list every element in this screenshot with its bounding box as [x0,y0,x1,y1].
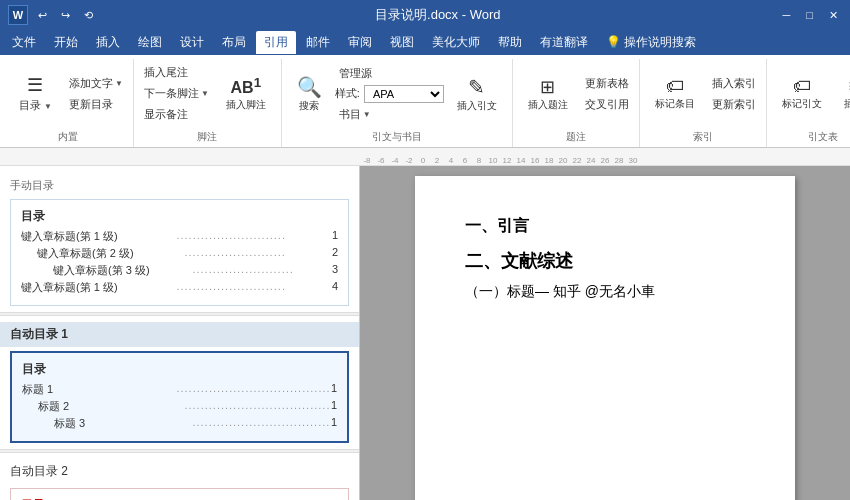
ribbon-group-citation-content: 🔍 搜索 管理源 样式: APA MLA Chicago 书目 ▼ ✎ 插入引文 [288,59,506,128]
menu-references[interactable]: 引用 [256,31,296,54]
window-controls: ─ □ ✕ [779,7,842,24]
auto-toc-2-card[interactable]: 目录 标题 1 ................................… [10,488,349,500]
add-text-btn[interactable]: 添加文字 ▼ [65,74,127,93]
ruler-tick: 30 [626,156,640,165]
ruler-bar: -8 -6 -4 -2 0 2 4 6 8 10 12 14 16 18 20 … [0,148,850,166]
ruler-tick: 26 [598,156,612,165]
toc-entry-text: 键入章标题(第 2 级) [37,246,184,261]
ribbon-group-toc-content: ☰ 目录 ▼ 添加文字 ▼ 更新目录 [10,59,127,128]
footnote-row: 下一条脚注 ▼ [140,84,213,103]
insert-endnote-btn[interactable]: 插入尾注 [140,63,213,82]
show-notes-btn[interactable]: 显示备注 [140,105,213,124]
ribbon-group-citation-table: 🏷 标记引文 ≡ 插入 引文表 [767,59,850,147]
toc-entry-dots: ........................................… [192,416,330,431]
update-index-btn[interactable]: 更新索引 [708,95,760,114]
ruler-tick: 8 [472,156,486,165]
toc-entry-text: 标题 1 [22,382,176,397]
toc-button[interactable]: ☰ 目录 ▼ [10,64,61,124]
menu-file[interactable]: 文件 [4,31,44,54]
mark-entry-btn[interactable]: 🏷 标记条目 [646,64,704,124]
toc-group-label: 内置 [58,128,78,147]
redo-btn[interactable]: ↪ [57,7,74,24]
toc-entry: 标题 2 ...................................… [22,399,337,414]
insert-footnote-btn[interactable]: AB1 插入脚注 [217,64,275,124]
document-area[interactable]: 一、引言 二、文献综述 （一）标题— 知乎 @无名小車 [360,166,850,500]
title-bar-left: W ↩ ↪ ⟲ [8,5,97,25]
cross-ref-btn[interactable]: 交叉引用 [581,95,633,114]
index-group-label: 索引 [693,128,713,147]
minimize-btn[interactable]: ─ [779,7,795,23]
toc-entry-dots: ......................... [192,263,331,278]
auto-toc-1-card[interactable]: 目录 标题 1 ................................… [10,351,349,443]
toc-entry-text: 键入章标题(第 3 级) [53,263,192,278]
toc-entry-page: 2 [332,246,338,261]
search-icon: 🔍 [297,75,322,99]
next-footnote-btn[interactable]: 下一条脚注 ▼ [140,84,213,103]
manual-toc-content: 键入章标题(第 1 级) ...........................… [21,229,338,295]
toc-entry-page: 1 [331,416,337,431]
title-bar: W ↩ ↪ ⟲ 目录说明.docx - Word ─ □ ✕ [0,0,850,30]
toc-dropdown-panel[interactable]: 手动目录 目录 键入章标题(第 1 级) ...................… [0,166,360,500]
ruler-tick: 12 [500,156,514,165]
toc-entry-dots: ........................................… [184,399,330,414]
bibliography-btn[interactable]: 书目 ▼ [335,105,444,124]
auto-toc-2-label[interactable]: 自动目录 2 [0,459,359,484]
ruler-tick: 0 [416,156,430,165]
ruler-tick: -4 [388,156,402,165]
menu-search[interactable]: 💡 操作说明搜索 [598,31,704,54]
autosave-btn[interactable]: ⟲ [80,7,97,24]
menu-design[interactable]: 设计 [172,31,212,54]
ruler-tick: 24 [584,156,598,165]
ruler-tick: 16 [528,156,542,165]
ribbon-group-index: 🏷 标记条目 插入索引 更新索引 索引 [640,59,767,147]
toc-entry-text: 键入章标题(第 1 级) [21,280,176,295]
index-col: 插入索引 更新索引 [708,74,760,114]
menu-insert[interactable]: 插入 [88,31,128,54]
close-btn[interactable]: ✕ [825,7,842,24]
toc-entry-page: 1 [331,399,337,414]
menu-help[interactable]: 帮助 [490,31,530,54]
auto-toc-1-title: 目录 [22,361,337,378]
ruler-tick: 20 [556,156,570,165]
insert-citation-btn[interactable]: ✎ 插入引文 [448,64,506,124]
maximize-btn[interactable]: □ [802,7,817,23]
toc-entry: 键入章标题(第 1 级) ...........................… [21,229,338,244]
manual-toc-card[interactable]: 目录 键入章标题(第 1 级) ........................… [10,199,349,306]
insert-citation-table-btn[interactable]: ≡ 插入 [835,64,850,124]
manage-source-btn[interactable]: 管理源 [335,64,444,83]
insert-caption-btn[interactable]: ⊞ 插入题注 [519,64,577,124]
update-table-btn[interactable]: 更新表格 [581,74,633,93]
toc-small-btns: 添加文字 ▼ 更新目录 [65,74,127,114]
style-label: 样式: [335,86,360,101]
word-app-icon: W [8,5,28,25]
menu-review[interactable]: 审阅 [340,31,380,54]
update-toc-btn[interactable]: 更新目录 [65,95,127,114]
toc-entry-text: 标题 2 [38,399,184,414]
insert-index-btn[interactable]: 插入索引 [708,74,760,93]
ruler-tick: 14 [514,156,528,165]
menu-layout[interactable]: 布局 [214,31,254,54]
mark-entry-icon: 🏷 [666,76,684,97]
mark-citation-icon: 🏷 [793,76,811,97]
search-btn[interactable]: 🔍 搜索 [288,64,331,124]
menu-home[interactable]: 开始 [46,31,86,54]
menu-beautify[interactable]: 美化大师 [424,31,488,54]
ribbon: ☰ 目录 ▼ 添加文字 ▼ 更新目录 内置 插入尾注 下一条脚注 ▼ 显示备注 … [0,55,850,148]
toc-label: 目录 ▼ [19,98,52,113]
menu-mail[interactable]: 邮件 [298,31,338,54]
mark-citation-btn[interactable]: 🏷 标记引文 [773,64,831,124]
menu-draw[interactable]: 绘图 [130,31,170,54]
auto-toc-1-label[interactable]: 自动目录 1 [0,322,359,347]
toc-icon: ☰ [27,74,43,96]
menu-translate[interactable]: 有道翻译 [532,31,596,54]
toc-entry-page: 1 [332,229,338,244]
ruler-tick: -2 [402,156,416,165]
menu-view[interactable]: 视图 [382,31,422,54]
ribbon-group-caption-content: ⊞ 插入题注 更新表格 交叉引用 [519,59,633,128]
ruler-tick: 2 [430,156,444,165]
undo-btn[interactable]: ↩ [34,7,51,24]
style-select[interactable]: APA MLA Chicago [364,85,444,103]
auto-toc-1-content: 标题 1 ...................................… [22,382,337,431]
ruler-tick: -8 [360,156,374,165]
insert-citation-table-label: 插入 [844,97,850,111]
